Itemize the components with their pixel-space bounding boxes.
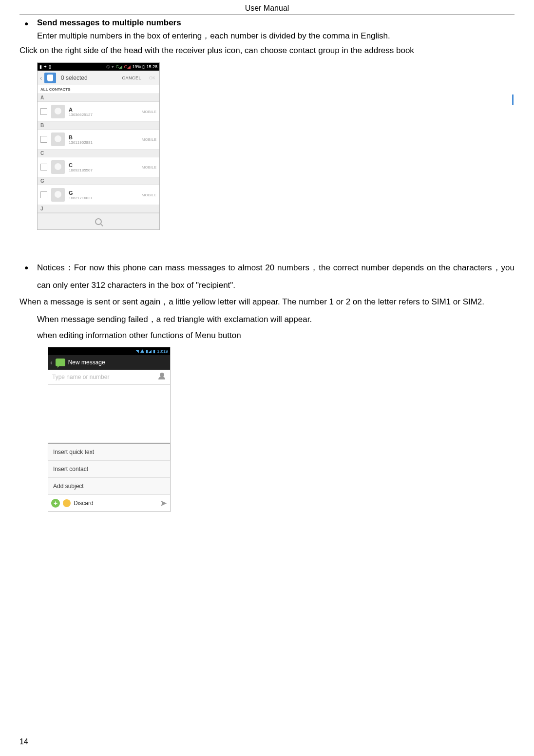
status-bar: ◥ ▮◢ ▮ 18:19 [48,347,170,355]
paragraph-send-failed: When message sending failed，a red triang… [37,313,515,326]
contact-name: B [69,134,142,140]
signal-icon: G◢ [124,64,131,69]
selected-count: 0 selected [56,75,118,81]
contact-type: MOBILE [142,193,156,197]
menu-item-add-subject[interactable]: Add subject [48,478,170,495]
notices-text: Notices：For now this phone can mass mess… [37,259,515,294]
signal-bars-icon: ▮◢ [146,349,152,354]
header-rule [19,15,515,15]
status-bar: ▮ ✦ ▯ ⌬ ▾ G◢ G◢ 19% ▯ 15:28 [38,63,159,71]
contact-name: C [69,162,142,168]
scroll-indicator [512,94,514,105]
contact-number: 18621716031 [69,196,142,200]
sim-icon: ▮ [39,64,42,69]
app-title: New message [68,359,105,366]
contact-row[interactable]: A 13036625127 MOBILE [38,102,159,122]
menu-item-discard[interactable]: Discard [74,500,157,507]
signal-icon [140,349,144,353]
contact-type: MOBILE [142,110,156,114]
battery-text: 19% [132,64,141,69]
contact-type: MOBILE [142,137,156,142]
section-header: G [38,177,159,185]
cancel-button[interactable]: CANCEL [118,76,145,80]
avatar [51,132,65,146]
bullet-dot-icon: ● [24,259,37,275]
avatar [51,105,65,118]
section-header: B [38,122,159,130]
checkbox[interactable] [40,164,47,170]
overflow-menu: Insert quick text Insert contact Add sub… [48,443,170,511]
search-bar[interactable] [38,213,159,229]
clock: 15:28 [146,64,157,69]
message-icon [56,359,65,366]
battery-icon: ▯ [142,64,145,69]
checkbox[interactable] [40,136,47,143]
contact-type: MOBILE [142,165,156,170]
search-icon [95,218,102,225]
screenshot-contacts-picker: ▮ ✦ ▯ ⌬ ▾ G◢ G◢ 19% ▯ 15:28 ‹ 0 selected… [37,62,160,230]
contact-name: G [69,190,142,196]
status-icon: ▯ [49,64,51,69]
paragraph-menu-functions: when editing information other functions… [37,329,515,342]
tab-all-contacts[interactable]: ALL CONTACTS [38,85,159,94]
contact-number: 13036625127 [69,113,142,117]
app-bar: ‹ New message [48,355,170,370]
contact-row[interactable]: B 13611902881 MOBILE [38,130,159,150]
clock: 18:19 [157,349,168,354]
bullet-notices: ● Notices：For now this phone can mass me… [24,259,515,294]
app-bar: ‹ 0 selected CANCEL OK [38,71,159,85]
bullet-send-multiple: ● Send messages to multiple numbers [24,18,515,28]
screenshot-new-message: ◥ ▮◢ ▮ 18:19 ‹ New message Type name or … [48,347,171,512]
paragraph-click-head: Click on the right side of the head with… [19,44,515,57]
contact-name: A [69,107,142,113]
wifi-icon: ◥ [135,349,139,354]
contact-row[interactable]: G 18621716031 MOBILE [38,185,159,205]
page-header: User Manual [19,0,515,15]
contact-number: 18692185507 [69,168,142,172]
contact-row[interactable]: C 18692185507 MOBILE [38,157,159,177]
wifi-icon: ▾ [112,64,114,69]
menu-item-insert-quick-text[interactable]: Insert quick text [48,443,170,461]
bullet-heading: Send messages to multiple numbers [37,18,515,28]
menu-item-insert-contact[interactable]: Insert contact [48,461,170,478]
status-icon: ✦ [43,64,47,69]
signal-icon: G◢ [115,64,122,69]
compose-row: + Discard ➤ [48,495,170,511]
back-icon[interactable]: ‹ [50,359,53,366]
attach-icon[interactable]: + [51,499,60,508]
section-header: C [38,150,159,157]
paragraph-yellow-letter: When a message is sent or sent again，a l… [19,296,515,308]
checkbox[interactable] [40,108,47,115]
bluetooth-icon: ⌬ [106,64,110,69]
back-icon[interactable]: ‹ [38,71,44,85]
section-header: A [38,94,159,102]
bullet-dot-icon: ● [24,18,37,27]
add-contact-icon[interactable] [157,373,166,381]
emoji-icon[interactable] [63,499,71,507]
page-number: 14 [19,737,28,746]
recipient-input[interactable]: Type name or number [52,374,157,380]
contacts-icon[interactable] [44,73,56,83]
avatar [51,188,65,202]
ok-button: OK [145,76,159,80]
recipient-row: Type name or number [48,370,170,385]
send-icon[interactable]: ➤ [160,498,167,509]
avatar [51,160,65,174]
paragraph-enter-numbers: Enter multiple numbers in the box of ent… [37,30,515,42]
checkbox[interactable] [40,191,47,198]
section-header: J [38,205,159,213]
contact-number: 13611902881 [69,140,142,145]
battery-icon: ▮ [153,349,155,354]
